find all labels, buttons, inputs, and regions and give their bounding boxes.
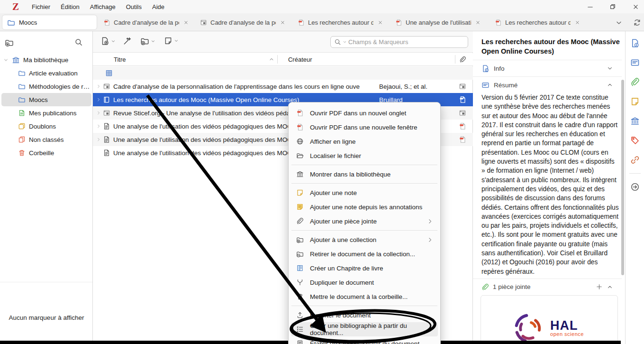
- tab-doc-3[interactable]: Les recherches autour de: [294, 15, 387, 30]
- close-button[interactable]: [627, 0, 644, 13]
- expander-icon[interactable]: [95, 137, 101, 142]
- collection-search-button[interactable]: [74, 38, 83, 46]
- tab-doc-1[interactable]: Cadre d'analyse de la per: [100, 15, 192, 30]
- sync-icon[interactable]: [633, 19, 641, 27]
- items-search-input[interactable]: [348, 38, 464, 46]
- sidenav-locate-button[interactable]: [629, 181, 641, 193]
- menu-aide[interactable]: Aide: [147, 1, 170, 13]
- new-attachment-button[interactable]: [140, 37, 155, 46]
- snapshot-attachment-icon: [459, 109, 466, 117]
- abstract-section-header[interactable]: Résumé: [473, 76, 622, 93]
- column-divider[interactable]: [277, 55, 278, 64]
- sidenav-notes-button[interactable]: [629, 95, 641, 108]
- new-collection-icon: [5, 38, 14, 47]
- sidebar-item-moocs[interactable]: Moocs: [1, 93, 91, 106]
- expander-icon[interactable]: [95, 84, 101, 89]
- menu-item-locate-file[interactable]: Localiser le fichier: [291, 149, 438, 163]
- sort-ascending-icon[interactable]: [269, 56, 274, 62]
- column-creator[interactable]: Créateur: [288, 56, 312, 63]
- chevron-up-icon[interactable]: [607, 82, 613, 88]
- sidebar-item-article-evaluation[interactable]: Article evaluation: [0, 66, 93, 80]
- sidebar-item-unfiled[interactable]: Non classés: [0, 133, 93, 146]
- sidenav-attachments-button[interactable]: [629, 76, 641, 88]
- new-note-button[interactable]: [164, 37, 179, 45]
- add-by-identifier-button[interactable]: [123, 37, 132, 46]
- menu-separator: [291, 183, 437, 184]
- sidenav-abstract-button[interactable]: [629, 56, 641, 69]
- attachment-preview-card[interactable]: HAL open science: [481, 295, 618, 344]
- tab-close-icon[interactable]: [378, 20, 383, 25]
- tab-close-icon[interactable]: [575, 20, 580, 25]
- attachment-column-icon[interactable]: [459, 56, 466, 63]
- restore-button[interactable]: [605, 0, 621, 13]
- items-search-box[interactable]: [330, 36, 468, 48]
- menu-item-open-pdf-new-window[interactable]: Ouvrir PDF dans une nouvelle fenêtre: [291, 120, 438, 134]
- sidebar-item-methodologies[interactable]: Méthodologies de r…: [0, 80, 93, 93]
- menu-affichage[interactable]: Affichage: [85, 1, 121, 13]
- book-chapter-icon: [296, 264, 304, 272]
- sidenav-tags-button[interactable]: [629, 134, 641, 147]
- note-icon: [296, 189, 304, 196]
- menu-item-add-note-from-annotations[interactable]: Ajouter une note depuis les annotations: [291, 200, 438, 214]
- menu-outils[interactable]: Outils: [121, 1, 147, 13]
- menu-item-create-book-chapter[interactable]: Créer un Chapitre de livre: [291, 261, 438, 275]
- folder-icon: [18, 69, 26, 77]
- scrollbar-thumb[interactable]: [621, 80, 624, 275]
- tab-doc-2[interactable]: Cadre d'analyse de la per: [196, 15, 289, 30]
- item-details-pane: Les recherches autour des Mooc (Massive …: [473, 31, 626, 344]
- menu-item-add-to-collection[interactable]: Ajouter à une collection: [291, 232, 438, 247]
- item-row-1[interactable]: [93, 66, 473, 80]
- menu-item-add-attachment[interactable]: Ajouter une pièce jointe: [291, 214, 438, 228]
- hal-logo-swirl: [515, 314, 544, 343]
- menu-item-label: Mettre le document à la corbeille...: [310, 293, 433, 300]
- menu-item-view-online[interactable]: Afficher en ligne: [291, 134, 438, 149]
- menu-item-move-to-trash[interactable]: Mettre le document à la corbeille...: [291, 289, 438, 304]
- menu-item-open-pdf-new-tab[interactable]: Ouvrir PDF dans un nouvel onglet: [291, 106, 438, 120]
- remove-from-collection-icon: [296, 250, 304, 258]
- sidenav-related-button[interactable]: [629, 154, 641, 166]
- tag-selector-divider: [0, 282, 92, 282]
- tab-doc-4[interactable]: Une analyse de l'utilisatio: [391, 15, 484, 30]
- tab-close-icon[interactable]: [475, 20, 481, 25]
- tab-list-chevron-icon[interactable]: [615, 19, 623, 27]
- add-attachment-icon[interactable]: [596, 283, 603, 290]
- menu-item-label: Ouvrir PDF dans une nouvelle fenêtre: [310, 124, 433, 131]
- expander-icon[interactable]: [95, 111, 101, 115]
- library-tab[interactable]: Moocs: [2, 15, 97, 30]
- menu-item-label: Établir un rapport à partir du document.…: [310, 340, 433, 344]
- twisty-icon[interactable]: [3, 57, 9, 63]
- chevron-up-icon[interactable]: [607, 284, 613, 290]
- menu-item-remove-from-collection[interactable]: Retirer le document de la collection...: [291, 247, 438, 261]
- expander-icon[interactable]: [95, 97, 101, 102]
- new-collection-button[interactable]: [5, 38, 14, 47]
- sidebar-item-duplicates[interactable]: Doublons: [0, 120, 93, 133]
- attachments-section-header[interactable]: 1 pièce jointe: [473, 279, 622, 295]
- info-icon: [481, 65, 490, 73]
- menu-item-create-report[interactable]: Établir un rapport à partir du document.…: [291, 336, 438, 344]
- sidenav-info-button[interactable]: [629, 37, 641, 49]
- menu-item-add-note[interactable]: Ajouter une note: [291, 186, 438, 200]
- sidebar-item-trash[interactable]: Corbeille: [0, 146, 93, 159]
- menu-item-duplicate-item[interactable]: Dupliquer le document: [291, 275, 438, 289]
- menu-edition[interactable]: Édition: [55, 1, 85, 13]
- info-section-header[interactable]: Info: [473, 60, 622, 76]
- tab-doc-5[interactable]: Les recherches autour de: [491, 15, 584, 30]
- minimize-button[interactable]: [582, 0, 598, 13]
- menu-item-export-item[interactable]: Exporter le document: [291, 308, 438, 322]
- new-item-button[interactable]: [100, 37, 116, 46]
- column-divider[interactable]: [455, 55, 455, 64]
- menu-fichier[interactable]: Fichier: [27, 1, 55, 13]
- sidenav-libraries-button[interactable]: [629, 115, 641, 127]
- menu-item-show-in-library[interactable]: Montrer dans la bibliothèque: [291, 167, 438, 181]
- minimize-icon: [587, 3, 594, 10]
- sidebar-item-my-publications[interactable]: Mes publications: [0, 106, 93, 120]
- sidebar-item-my-library[interactable]: Ma bibliothèque: [0, 53, 93, 66]
- column-title[interactable]: Titre: [114, 56, 126, 63]
- tab-close-icon[interactable]: [280, 20, 285, 25]
- chevron-down-icon[interactable]: [607, 65, 613, 72]
- tab-close-icon[interactable]: [183, 20, 189, 25]
- expander-icon[interactable]: [95, 124, 101, 129]
- pdf-icon: [495, 19, 502, 26]
- item-row-2[interactable]: Cadre d'analyse de la personnalisation d…: [93, 80, 473, 93]
- menu-item-create-bibliography[interactable]: Créer une bibliographie à partir du docu…: [291, 322, 438, 336]
